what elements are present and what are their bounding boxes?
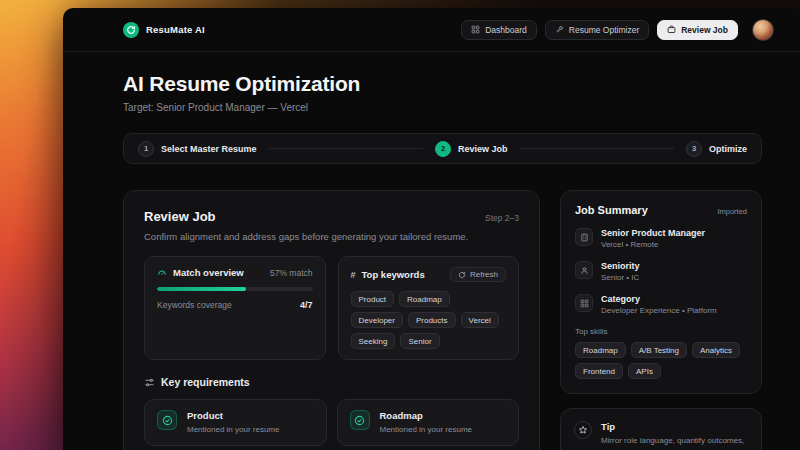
top-skills-label: Top skills — [575, 327, 747, 336]
skill-chip: Roadmap — [575, 342, 626, 358]
keyword-chip: Seeking — [351, 333, 396, 349]
keyword-chip: Products — [408, 312, 456, 328]
tip-text: Mirror role language, quantify outcomes,… — [601, 435, 748, 450]
top-nav: ResuMate AI Dashboard Resume Optim — [63, 8, 800, 52]
keyword-chip: Product — [351, 291, 395, 307]
top-skills-chips: Roadmap A/B Testing Analytics Frontend A… — [575, 342, 747, 379]
page-title: AI Resume Optimization — [123, 72, 762, 96]
brand: ResuMate AI — [123, 22, 205, 38]
person-icon — [575, 261, 593, 279]
step-indicator: Step 2–3 — [485, 213, 519, 223]
nav-review-job-button[interactable]: Review Job — [657, 20, 738, 40]
job-summary-card: Job Summary Imported Senior Product Mana… — [560, 190, 762, 394]
step-3-dot: 3 — [686, 141, 702, 157]
user-avatar[interactable] — [752, 19, 774, 41]
step-2-dot: 2 — [435, 141, 451, 157]
requirement-title: Roadmap — [380, 410, 473, 421]
key-requirements-label: Key requirements — [161, 376, 250, 388]
star-icon — [574, 421, 592, 439]
page-content: AI Resume Optimization Target: Senior Pr… — [63, 52, 800, 450]
grid-icon — [575, 294, 593, 312]
keywords-coverage-label: Keywords coverage — [157, 300, 232, 310]
requirements-grid: Product Mentioned in your resume Roadmap — [144, 399, 519, 450]
summary-item-sub: Vercel • Remote — [601, 240, 705, 249]
step-connector — [269, 148, 423, 149]
stepper: 1 Select Master Resume 2 Review Job 3 Op… — [123, 133, 762, 164]
requirement-card-roadmap: Roadmap Mentioned in your resume — [337, 399, 520, 446]
overview-panels: Match overview 57% match Keywords covera… — [144, 256, 519, 360]
summary-item-sub: Developer Experience • Platform — [601, 306, 717, 315]
keywords-coverage-value: 4/7 — [300, 300, 313, 310]
keyword-chip: Developer — [351, 312, 403, 328]
nav-resume-optimizer-button[interactable]: Resume Optimizer — [545, 20, 649, 40]
review-job-header: Review Job Step 2–3 — [144, 209, 519, 224]
step-1-dot: 1 — [138, 141, 154, 157]
nav-dashboard-label: Dashboard — [485, 25, 527, 35]
step-connector — [520, 148, 674, 149]
requirement-desc: Mentioned in your resume — [187, 424, 280, 435]
step-select-master-resume[interactable]: 1 Select Master Resume — [138, 141, 257, 157]
summary-item-seniority: Seniority Senior • IC — [575, 261, 747, 282]
step-optimize[interactable]: 3 Optimize — [686, 141, 747, 157]
brand-name: ResuMate AI — [146, 24, 205, 35]
step-review-job[interactable]: 2 Review Job — [435, 141, 508, 157]
summary-item-role: Senior Product Manager Vercel • Remote — [575, 228, 747, 249]
summary-item-category: Category Developer Experience • Platform — [575, 294, 747, 315]
building-icon — [575, 228, 593, 246]
check-circle-icon — [350, 410, 370, 430]
sliders-icon — [144, 377, 155, 388]
keyword-chip: Roadmap — [399, 291, 450, 307]
skill-chip: APIs — [628, 363, 661, 379]
top-keywords-header: # Top keywords Refresh — [351, 267, 507, 282]
nav-dashboard-button[interactable]: Dashboard — [461, 20, 537, 40]
match-overview-panel: Match overview 57% match Keywords covera… — [144, 256, 326, 360]
refresh-keywords-button[interactable]: Refresh — [450, 267, 506, 282]
page-subtitle: Target: Senior Product Manager — Vercel — [123, 102, 762, 113]
match-overview-header: Match overview 57% match — [157, 267, 313, 278]
skill-chip: Frontend — [575, 363, 623, 379]
brand-logo-icon — [123, 22, 139, 38]
requirement-desc: Mentioned in your resume — [380, 424, 473, 435]
requirement-card-product: Product Mentioned in your resume — [144, 399, 327, 446]
summary-item-title: Seniority — [601, 261, 640, 271]
refresh-icon — [458, 271, 466, 279]
review-job-subtitle: Confirm alignment and address gaps befor… — [144, 231, 519, 242]
summary-item-title: Category — [601, 294, 717, 304]
step-1-label: Select Master Resume — [161, 144, 257, 154]
imported-badge: Imported — [717, 207, 747, 216]
keyword-chip: Senior — [400, 333, 439, 349]
nav-resume-optimizer-label: Resume Optimizer — [569, 25, 639, 35]
wrench-icon — [555, 25, 564, 34]
nav-review-job-label: Review Job — [681, 25, 728, 35]
top-keywords-panel: # Top keywords Refresh — [338, 256, 520, 360]
refresh-label: Refresh — [470, 270, 498, 279]
keywords-coverage-row: Keywords coverage 4/7 — [157, 300, 313, 310]
tip-card: Tip Mirror role language, quantify outco… — [560, 408, 762, 450]
briefcase-icon — [667, 25, 676, 34]
hash-icon: # — [351, 270, 356, 280]
review-job-card: Review Job Step 2–3 Confirm alignment an… — [123, 190, 540, 450]
skill-chip: A/B Testing — [631, 342, 687, 358]
main-area: Review Job Step 2–3 Confirm alignment an… — [123, 190, 762, 450]
keyword-chips: Product Roadmap Developer Products Verce… — [351, 291, 507, 349]
tip-title: Tip — [601, 421, 748, 432]
app-window: ResuMate AI Dashboard Resume Optim — [63, 8, 800, 450]
match-overview-label: Match overview — [173, 267, 244, 278]
requirement-title: Product — [187, 410, 280, 421]
dashboard-icon — [471, 25, 480, 34]
match-progress-fill — [157, 287, 246, 291]
key-requirements-header: Key requirements — [144, 376, 519, 388]
match-progress-track — [157, 287, 313, 291]
side-column: Job Summary Imported Senior Product Mana… — [560, 190, 762, 450]
step-3-label: Optimize — [709, 144, 747, 154]
review-job-title: Review Job — [144, 209, 216, 224]
summary-item-title: Senior Product Manager — [601, 228, 705, 238]
skill-chip: Analytics — [692, 342, 740, 358]
nav-actions: Dashboard Resume Optimizer Review Job — [461, 19, 774, 41]
top-keywords-label: Top keywords — [362, 269, 425, 280]
check-circle-icon — [157, 410, 177, 430]
keyword-chip: Vercel — [461, 312, 499, 328]
summary-item-sub: Senior • IC — [601, 273, 640, 282]
step-2-label: Review Job — [458, 144, 508, 154]
match-percent: 57% match — [270, 268, 313, 278]
